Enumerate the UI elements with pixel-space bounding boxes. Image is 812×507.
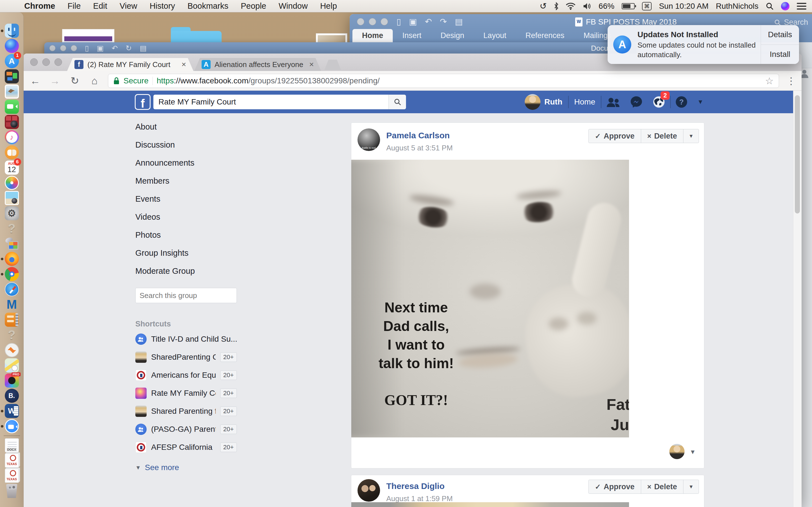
close-button[interactable] <box>357 18 364 25</box>
install-button[interactable]: Install <box>761 45 799 64</box>
dock-chrome[interactable] <box>4 267 19 282</box>
group-search-input[interactable] <box>140 291 234 300</box>
see-more-link[interactable]: ▼ See more <box>135 463 237 472</box>
new-doc-icon[interactable]: ▯ <box>85 44 89 53</box>
input-menu-icon[interactable]: ⌘ <box>642 2 652 10</box>
dock-movavi[interactable]: PRO <box>4 373 19 388</box>
tab-layout[interactable]: Layout <box>474 29 516 42</box>
word-window-controls[interactable] <box>357 18 388 25</box>
minimize-button[interactable] <box>369 18 376 25</box>
reload-icon[interactable]: ↻ <box>68 75 81 87</box>
close-button[interactable] <box>49 45 56 51</box>
dock-system-preferences[interactable]: ⚙ <box>4 206 19 221</box>
chrome-menu-icon[interactable]: ⋮ <box>786 75 796 87</box>
dock-itunes[interactable]: ♪ <box>4 129 19 145</box>
save-icon[interactable]: ▣ <box>97 44 104 53</box>
dock-app-store[interactable]: A1 <box>4 54 19 69</box>
approve-button[interactable]: ✓Approve <box>589 480 641 494</box>
zoom-button[interactable] <box>380 18 388 25</box>
save-icon[interactable]: ▣ <box>409 17 417 26</box>
post-image-meme[interactable]: Next time Dad calls, I want to talk to h… <box>351 160 629 438</box>
shortcut-americans-for-equ[interactable]: Americans for Equ... 20+ <box>135 366 237 384</box>
sidebar-item-group-insights[interactable]: Group Insights <box>135 244 237 262</box>
undo-icon[interactable]: ↶ <box>112 44 118 53</box>
post-author-link[interactable]: Theresa Diglio <box>386 482 445 491</box>
approve-button[interactable]: ✓Approve <box>589 129 641 143</box>
tab-references[interactable]: References <box>516 29 574 42</box>
dock-updater[interactable] <box>4 342 19 358</box>
bluetooth-icon[interactable] <box>554 2 559 10</box>
back-icon[interactable]: ← <box>29 75 42 87</box>
close-tab-icon[interactable]: × <box>182 60 186 69</box>
dock-texas-flyer-2[interactable]: TEXAS <box>4 468 19 483</box>
sidebar-item-photos[interactable]: Photos <box>135 226 237 244</box>
menu-help[interactable]: Help <box>314 1 343 11</box>
dock-malwarebytes[interactable]: M <box>4 297 19 312</box>
scrollbar-thumb[interactable] <box>795 95 800 214</box>
dock-word[interactable]: W <box>4 403 19 418</box>
more-actions-caret-button[interactable]: ▼ <box>683 129 699 143</box>
dock-maps[interactable] <box>4 358 19 373</box>
post-image-partial[interactable] <box>351 502 629 507</box>
more-actions-caret-button[interactable]: ▼ <box>683 480 699 494</box>
dock-firefox[interactable] <box>4 251 19 267</box>
shortcut-sharedparenting[interactable]: SharedParenting C... 20+ <box>135 348 237 366</box>
dock-mail[interactable] <box>4 84 19 99</box>
sidebar-item-events[interactable]: Events <box>135 190 237 208</box>
delete-button[interactable]: ×Delete <box>641 129 684 143</box>
avatar[interactable]: Battle is real <box>357 128 380 151</box>
shortcut-title-ivd[interactable]: Title IV-D and Child Su... <box>135 330 237 348</box>
home-icon[interactable]: ⌂ <box>88 75 101 87</box>
sidebar-item-moderate-group[interactable]: Moderate Group <box>135 262 237 280</box>
details-button[interactable]: Details <box>761 25 799 45</box>
spotlight-icon[interactable] <box>766 2 774 10</box>
dock-photos[interactable] <box>4 175 19 190</box>
dock-backblaze[interactable]: B. <box>4 388 19 403</box>
siri-icon[interactable] <box>781 2 790 10</box>
minimize-button[interactable] <box>42 58 50 66</box>
sidebar-item-discussion[interactable]: Discussion <box>135 136 237 154</box>
battery-icon[interactable] <box>622 3 635 9</box>
dock-zoom[interactable] <box>4 418 19 434</box>
post-timestamp[interactable]: August 1 at 1:59 PM <box>386 494 453 503</box>
new-doc-icon[interactable]: ▯ <box>396 17 401 26</box>
sidebar-item-about[interactable]: About <box>135 118 237 136</box>
scrollbar[interactable] <box>793 91 802 507</box>
avatar[interactable] <box>357 479 380 502</box>
shortcut-rate-my-family[interactable]: Rate MY Family Co... 20+ <box>135 384 237 402</box>
redo-icon[interactable]: ↷ <box>440 17 447 26</box>
post-timestamp[interactable]: August 5 at 3:51 PM <box>386 144 453 152</box>
apple-menu-icon[interactable] <box>6 1 18 11</box>
tab-insert[interactable]: Insert <box>393 29 431 42</box>
word2-window-controls[interactable] <box>49 45 77 51</box>
shortcut-paso-ga[interactable]: (PASO-GA) Parent... 20+ <box>135 420 237 438</box>
undo-icon[interactable]: ↶ <box>425 17 432 26</box>
close-tab-icon[interactable]: × <box>309 60 314 69</box>
menu-bar-clock[interactable]: Sun 10:20 AM <box>659 2 709 11</box>
menu-edit[interactable]: Edit <box>87 1 113 11</box>
dock-missing-app-1[interactable]: ? <box>4 221 19 236</box>
menu-bookmarks[interactable]: Bookmarks <box>181 1 235 11</box>
dock-winzip[interactable] <box>4 312 19 327</box>
menu-file[interactable]: File <box>61 1 87 11</box>
dock-trash[interactable] <box>4 483 19 499</box>
tab-facebook-group[interactable]: f (2) Rate MY Family Court × <box>67 58 193 71</box>
fast-user-switch[interactable]: RuthNichols <box>716 2 758 11</box>
tab-design[interactable]: Design <box>431 29 474 42</box>
seen-by-caret-icon[interactable]: ▼ <box>690 448 696 456</box>
dock-finder[interactable] <box>4 23 19 38</box>
dock-ibooks[interactable] <box>4 145 19 160</box>
shortcut-shared-parenting-f[interactable]: Shared Parenting f... 20+ <box>135 402 237 420</box>
dock-calendar[interactable]: AUG126 <box>4 160 19 175</box>
facebook-logo[interactable]: f <box>135 94 151 110</box>
sidebar-item-videos[interactable]: Videos <box>135 208 237 226</box>
menu-view[interactable]: View <box>113 1 143 11</box>
dock-remote-desktop[interactable] <box>4 236 19 251</box>
close-button[interactable] <box>30 58 38 66</box>
reload-icon[interactable]: ↻ <box>126 44 132 53</box>
seen-by-avatar[interactable] <box>669 444 684 459</box>
delete-button[interactable]: ×Delete <box>641 480 684 494</box>
dock-facetime[interactable] <box>4 99 19 114</box>
tab-alienation[interactable]: A Alienation affects Everyone inv × <box>194 58 321 71</box>
dock-image-capture[interactable] <box>4 190 19 206</box>
